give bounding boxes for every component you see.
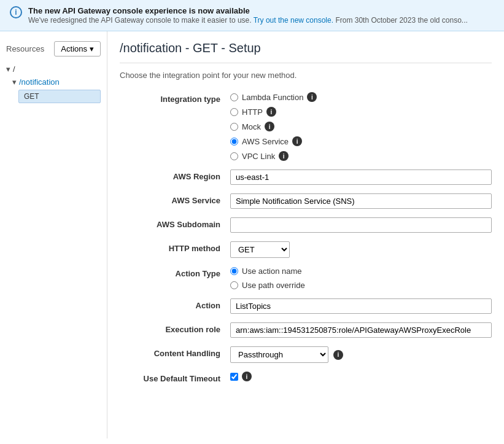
- radio-aws-label: AWS Service: [242, 137, 289, 146]
- actions-button[interactable]: Actions ▾: [54, 41, 101, 56]
- tree-root-item[interactable]: ▾ /: [0, 63, 107, 76]
- tree-notification-label: /notification: [19, 77, 60, 87]
- aws-subdomain-label: AWS Subdomain: [120, 217, 230, 229]
- content-handling-info-icon[interactable]: i: [333, 350, 343, 360]
- http-method-select[interactable]: GET POST PUT DELETE PATCH HEAD OPTIONS A…: [230, 241, 290, 258]
- default-timeout-checkbox[interactable]: [230, 373, 238, 381]
- radio-use-path-override[interactable]: Use path override: [230, 281, 492, 290]
- radio-mock[interactable]: Mock i: [230, 122, 492, 131]
- radio-mock-label: Mock: [242, 122, 261, 131]
- radio-use-action-name[interactable]: Use action name: [230, 267, 492, 276]
- tree-get-label: GET: [24, 92, 39, 101]
- action-type-value: Use action name Use path override: [230, 267, 492, 290]
- vpc-info-icon[interactable]: i: [279, 151, 289, 161]
- execution-role-value: [230, 322, 492, 338]
- aws-subdomain-input[interactable]: [230, 217, 492, 233]
- content-area: /notification - GET - Setup Choose the i…: [107, 31, 504, 438]
- execution-role-label: Execution role: [120, 322, 230, 334]
- aws-service-input[interactable]: [230, 193, 492, 209]
- radio-action-name-input[interactable]: [230, 267, 238, 275]
- aws-info-icon[interactable]: i: [292, 136, 302, 146]
- integration-type-label: Integration type: [120, 92, 230, 104]
- sidebar-header: Resources Actions ▾: [0, 37, 107, 63]
- radio-aws-service[interactable]: AWS Service i: [230, 136, 492, 146]
- radio-http-label: HTTP: [242, 107, 263, 117]
- execution-role-row: Execution role: [120, 322, 492, 338]
- radio-aws-input[interactable]: [230, 138, 238, 146]
- radio-lambda-input[interactable]: [230, 93, 238, 101]
- tree-root-arrow: ▾: [6, 64, 10, 74]
- integration-type-row: Integration type Lambda Function i HTTP …: [120, 92, 492, 161]
- info-banner: i The new API Gateway console experience…: [0, 0, 504, 31]
- action-row: Action: [120, 298, 492, 314]
- aws-region-value: [230, 169, 492, 185]
- tree-root-label: /: [13, 64, 15, 74]
- action-type-radio-group: Use action name Use path override: [230, 267, 492, 290]
- default-timeout-label: Use Default Timeout: [120, 372, 230, 383]
- aws-subdomain-value: [230, 217, 492, 233]
- radio-http[interactable]: HTTP i: [230, 107, 492, 117]
- http-method-label: HTTP method: [120, 241, 230, 253]
- radio-mock-input[interactable]: [230, 123, 238, 131]
- content-handling-row: Content Handling Passthrough Convert to …: [120, 346, 492, 363]
- radio-action-name-label: Use action name: [242, 267, 302, 276]
- http-info-icon[interactable]: i: [266, 107, 276, 117]
- banner-title: The new API Gateway console experience i…: [28, 6, 468, 15]
- sidebar-resources-label: Resources: [6, 44, 44, 53]
- action-input[interactable]: [230, 298, 492, 314]
- aws-region-row: AWS Region: [120, 169, 492, 185]
- tree-notification-item[interactable]: ▾ /notification: [0, 76, 107, 88]
- aws-region-input[interactable]: [230, 169, 492, 185]
- info-icon: i: [10, 6, 22, 18]
- action-label: Action: [120, 298, 230, 310]
- content-handling-value: Passthrough Convert to text Convert to b…: [230, 346, 492, 363]
- main-layout: Resources Actions ▾ ▾ / ▾ /notification …: [0, 31, 504, 438]
- banner-text: The new API Gateway console experience i…: [28, 6, 468, 25]
- execution-role-input[interactable]: [230, 322, 492, 338]
- aws-region-label: AWS Region: [120, 169, 230, 181]
- mock-info-icon[interactable]: i: [265, 122, 274, 131]
- http-method-value: GET POST PUT DELETE PATCH HEAD OPTIONS A…: [230, 241, 492, 258]
- default-timeout-info-icon[interactable]: i: [242, 372, 252, 381]
- action-type-row: Action Type Use action name Use path ove…: [120, 267, 492, 290]
- radio-lambda[interactable]: Lambda Function i: [230, 92, 492, 102]
- default-timeout-row: Use Default Timeout i: [120, 372, 492, 383]
- action-value: [230, 298, 492, 314]
- aws-subdomain-row: AWS Subdomain: [120, 217, 492, 233]
- content-handling-label: Content Handling: [120, 346, 230, 358]
- radio-vpc-label: VPC Link: [242, 152, 275, 161]
- action-type-label: Action Type: [120, 267, 230, 278]
- default-timeout-value: i: [230, 372, 492, 381]
- aws-service-row: AWS Service: [120, 193, 492, 209]
- default-timeout-controls: i: [230, 372, 492, 381]
- integration-type-value: Lambda Function i HTTP i Mock i: [230, 92, 492, 161]
- banner-description: We've redesigned the API Gateway console…: [28, 16, 468, 25]
- radio-vpc-link[interactable]: VPC Link i: [230, 151, 492, 161]
- page-title: /notification - GET - Setup: [120, 41, 492, 63]
- sidebar: Resources Actions ▾ ▾ / ▾ /notification …: [0, 31, 107, 438]
- radio-path-override-input[interactable]: [230, 281, 238, 289]
- banner-link[interactable]: Try out the new console.: [254, 16, 333, 25]
- aws-service-value: [230, 193, 492, 209]
- radio-lambda-label: Lambda Function: [242, 93, 303, 102]
- tree-notification-arrow: ▾: [12, 77, 17, 87]
- content-handling-controls: Passthrough Convert to text Convert to b…: [230, 346, 492, 363]
- radio-path-override-label: Use path override: [242, 281, 305, 290]
- lambda-info-icon[interactable]: i: [307, 92, 317, 102]
- tree-get-item[interactable]: GET: [18, 90, 101, 103]
- integration-type-radio-group: Lambda Function i HTTP i Mock i: [230, 92, 492, 161]
- content-handling-select[interactable]: Passthrough Convert to text Convert to b…: [230, 346, 328, 363]
- page-subtitle: Choose the integration point for your ne…: [120, 71, 492, 80]
- http-method-row: HTTP method GET POST PUT DELETE PATCH HE…: [120, 241, 492, 258]
- aws-service-label: AWS Service: [120, 193, 230, 205]
- radio-http-input[interactable]: [230, 108, 238, 116]
- radio-vpc-input[interactable]: [230, 152, 238, 160]
